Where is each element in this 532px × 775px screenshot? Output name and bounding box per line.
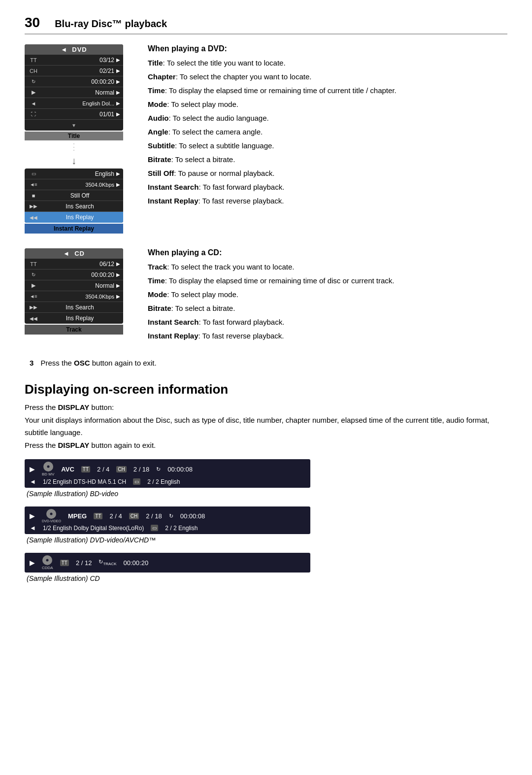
dvd-disc-label: DVD-VIDEO: [42, 519, 61, 523]
dvd-speaker-icon: ◄: [30, 524, 36, 532]
dvd-desc-bitrate: Bitrate: To select a bitrate.: [148, 154, 507, 166]
dvd-menu-audio-row: ◄ English Dol... ▶: [25, 98, 123, 109]
tt-icon: TT: [28, 57, 39, 63]
dvd-ins-replay-row: ◀◀ Ins Replay: [25, 212, 123, 223]
cd-desc-track: Track: To select the track you want to l…: [148, 261, 507, 273]
dvd-desc-subtitle: Subtitle: To select a subtitle language.: [148, 140, 507, 152]
step3-text: Press the OSC button again to exit.: [41, 359, 157, 367]
dvd-section: ◄ DVD TT 03/12 ▶ CH 02/21 ▶ ↻ 00:00:20 ▶: [25, 44, 507, 234]
dvd-desc-stilloff: Still Off: To pause or normal playback.: [148, 168, 507, 179]
cd-desc-mode: Mode: To select play mode.: [148, 289, 507, 301]
stilloff-label: Still Off: [39, 192, 120, 199]
cd-desc-time: Time: To display the elapsed time or rem…: [148, 275, 507, 287]
cd-menu-header: ◄ CD: [25, 248, 123, 259]
dvd-bar-row1: ▶ DVD-VIDEO MPEG TT 2 / 4 CH 2 / 18 ↻ 00…: [30, 509, 305, 523]
cd-ins-search-label: Ins Search: [39, 304, 120, 311]
subtitle-arrow: ▶: [116, 171, 120, 176]
cd-disc-label: CDDA: [42, 566, 53, 570]
bd-bar-row2: ◄ 1/2 English DTS-HD MA 5.1 CH ▭ 2 / 2 E…: [30, 478, 305, 485]
mode-icon: ▶: [28, 89, 39, 96]
dvd-video-caption: (Sample Illustration) DVD-video/AVCHD™: [25, 536, 507, 544]
bd-sub-value: 2 / 2 English: [147, 478, 180, 485]
angle-arrow: ▶: [116, 111, 120, 117]
cd-bar-row1: ▶ CDDA TT 2 / 12 ↻TRACK 00:00:20: [30, 555, 305, 570]
dvd-tt-icon: TT: [94, 513, 102, 519]
cd-time-arrow: ▶: [116, 272, 120, 277]
dvd-desc-angle: Angle: To select the camera angle.: [148, 126, 507, 138]
dvd-disc-wrap: DVD-VIDEO: [42, 509, 61, 523]
displaying-title: Displaying on-screen information: [25, 382, 507, 397]
dvd-menu-panel: ◄ DVD TT 03/12 ▶ CH 02/21 ▶ ↻ 00:00:20 ▶: [25, 44, 133, 234]
bd-ch-icon: CH: [116, 466, 126, 472]
subtitle-value: English: [95, 170, 114, 177]
cd-caption: (Sample Illustration) CD: [25, 574, 507, 582]
dvd-title-section: Title ⋮ ↓: [25, 132, 123, 167]
bd-video-caption: (Sample Illustration) BD-video: [25, 490, 507, 498]
dvd-bar-row2: ◄ 1/2 English Dolby Digital Stereo(LoRo)…: [30, 524, 305, 532]
step3: 3 Press the OSC button again to exit.: [25, 359, 507, 367]
dvd-disc-icon: [46, 509, 56, 519]
dvd-desc-chapter: Chapter: To select the chapter you want …: [148, 71, 507, 83]
page-title: Blu-ray Disc™ playback: [55, 18, 167, 30]
angle-value: 01/01: [100, 111, 114, 118]
audio-arrow: ▶: [116, 101, 120, 106]
cd-tt-value: 06/12: [100, 261, 114, 268]
cd-mode-value: Normal: [95, 282, 114, 289]
ins-replay-label: Ins Replay: [39, 214, 120, 221]
bd-codec: AVC: [61, 466, 74, 473]
dvd-menu-box: ◄ DVD TT 03/12 ▶ CH 02/21 ▶ ↻ 00:00:20 ▶: [25, 44, 123, 131]
dvd-stilloff-row: ■ Still Off: [25, 190, 123, 201]
instant-replay-bar: Instant Replay: [25, 224, 123, 234]
audio-icon: ◄: [28, 101, 39, 106]
time-arrow: ▶: [116, 79, 120, 84]
bitrate-icon: ◄≡: [28, 182, 39, 187]
tt-arrow: ▶: [116, 57, 120, 63]
subtitle-icon: ▭: [28, 171, 39, 176]
dvd-description-panel: When playing a DVD: Title: To select the…: [148, 44, 507, 234]
cd-desc-bitrate: Bitrate: To select a bitrate.: [148, 303, 507, 314]
dvd-desc-instant-replay: Instant Replay: To fast reverse playback…: [148, 195, 507, 207]
cd-time-icon: ↻: [28, 272, 39, 277]
cd-tt-value: 2 / 12: [76, 559, 92, 567]
dvd-ch-icon: CH: [129, 513, 139, 519]
displaying-section: Displaying on-screen information Press t…: [25, 382, 507, 582]
cd-menu-box: ◄ CD TT 06/12 ▶ ↻ 00:00:20 ▶ ▶ Normal ▶: [25, 248, 123, 324]
displaying-line2: Your unit displays information about the…: [25, 414, 507, 439]
cd-play-icon: ▶: [30, 559, 35, 567]
bd-time-icon: ↻: [156, 466, 161, 472]
cd-bitrate-arrow: ▶: [116, 294, 120, 299]
dvd-menu-angle-row: ⛶ 01/01 ▶: [25, 109, 123, 120]
dvd-menu-dots: ⋮: [25, 140, 123, 153]
arrow-down-icon: ↓: [71, 155, 76, 167]
cd-tt-icon: TT: [28, 261, 39, 267]
dvd-desc-instant-search: Instant Search: To fast forward playback…: [148, 181, 507, 193]
cd-description-panel: When playing a CD: Track: To select the …: [148, 248, 507, 344]
bitrate-arrow: ▶: [116, 182, 120, 187]
ch-arrow: ▶: [116, 68, 120, 73]
cd-tt-arrow: ▶: [116, 261, 120, 267]
audio-value: English Dol...: [82, 101, 114, 106]
dvd-codec: MPEG: [68, 512, 87, 520]
bd-disc-wrap: BD MV: [42, 462, 54, 476]
bd-play-icon: ▶: [30, 465, 35, 473]
bd-video-display-bar: ▶ BD MV AVC TT 2 / 4 CH 2 / 18 ↻ 00:00:0…: [25, 459, 310, 488]
dvd-desc-mode: Mode: To select play mode.: [148, 99, 507, 110]
scroll-down-icon: ▼: [71, 123, 76, 128]
dvd-menu-scroll-down: ▼: [25, 120, 123, 131]
bd-disc-label: BD MV: [42, 472, 54, 476]
dvd-menu-tt-row: TT 03/12 ▶: [25, 55, 123, 66]
cd-menu-time-row: ↻ 00:00:20 ▶: [25, 270, 123, 280]
cd-time-value: 00:00:20: [124, 559, 149, 567]
bd-tt-icon: TT: [81, 466, 90, 472]
displaying-line1: Press the DISPLAY button:: [25, 401, 507, 414]
cd-menu-tt-row: TT 06/12 ▶: [25, 259, 123, 270]
dvd-time-value: 00:00:08: [180, 512, 205, 520]
bd-disc-icon: [43, 462, 53, 472]
dvd-subtitle-row: ▭ English ▶: [25, 168, 123, 179]
bd-sub-icon: ▭: [133, 478, 140, 485]
cd-menu-panel: ◄ CD TT 06/12 ▶ ↻ 00:00:20 ▶ ▶ Normal ▶: [25, 248, 133, 344]
angle-icon: ⛶: [28, 111, 39, 117]
dvd-sub-value: 2 / 2 English: [165, 525, 198, 532]
dvd-title-bar: Title: [25, 132, 123, 140]
dvd-menu-header: ◄ DVD: [25, 44, 123, 55]
